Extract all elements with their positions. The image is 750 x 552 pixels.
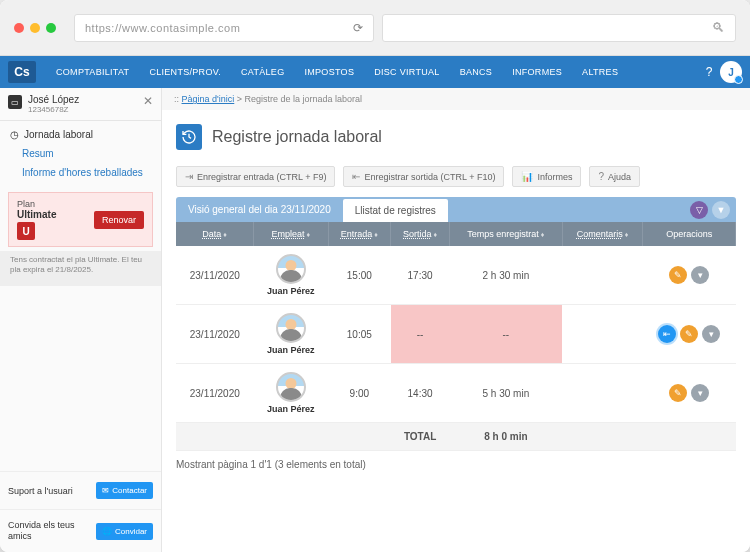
invite-label: Convida els teus amics [8, 520, 90, 542]
col-comments[interactable]: Comentaris♦ [562, 222, 643, 246]
nav-impostos[interactable]: IMPOSTOS [294, 56, 364, 88]
total-value: 8 h 0 min [450, 423, 563, 451]
plan-box: Plan Ultimate U Renovar [8, 192, 153, 247]
cell-out: 14:30 [391, 364, 450, 423]
refresh-icon[interactable]: ⟳ [353, 21, 363, 35]
cell-comments [562, 246, 643, 305]
breadcrumb-current: Registre de la jornada laboral [245, 94, 363, 104]
cell-in: 10:05 [328, 305, 391, 364]
total-row: TOTAL8 h 0 min [176, 423, 736, 451]
user-name: José López [28, 94, 137, 105]
sidebar: ▭ José López 12345678Z ✕ ◷ Jornada labor… [0, 88, 162, 552]
minimize-window-icon[interactable] [30, 23, 40, 33]
employee-avatar [276, 254, 306, 284]
invite-row: Convida els teus amics 🌐 Convidar [0, 509, 161, 552]
records-table: Data♦ Empleat♦ Entrada♦ Sortida♦ Temps e… [176, 222, 736, 451]
col-time[interactable]: Temps enregistrat♦ [450, 222, 563, 246]
status-dot [734, 75, 743, 84]
col-date[interactable]: Data♦ [176, 222, 254, 246]
maximize-window-icon[interactable] [46, 23, 56, 33]
cell-time: 5 h 30 min [450, 364, 563, 423]
login-icon: ⇥ [185, 171, 193, 182]
cell-time: -- [450, 305, 563, 364]
edit-row-button[interactable]: ✎ [669, 266, 687, 284]
col-employee[interactable]: Empleat♦ [254, 222, 328, 246]
collapse-icon[interactable]: ✕ [143, 94, 153, 108]
top-nav: Cs COMPTABILITAT CLIENTS/PROV. CATÀLEG I… [0, 56, 750, 88]
browser-chrome: https://www.contasimple.com ⟳ 🔍︎ [0, 0, 750, 56]
employee-name: Juan Pérez [267, 286, 315, 296]
filter-toggle-icon[interactable]: ▽ [690, 201, 708, 219]
tab-list[interactable]: Llistat de registres [343, 199, 448, 222]
more-row-button[interactable]: ▾ [691, 384, 709, 402]
browser-search[interactable]: 🔍︎ [382, 14, 736, 42]
sidebar-link-resum[interactable]: Resum [0, 144, 161, 163]
user-block: ▭ José López 12345678Z ✕ [0, 88, 161, 121]
table-row: 23/11/2020Juan Pérez9:0014:305 h 30 min✎… [176, 364, 736, 423]
employee-name: Juan Pérez [267, 404, 315, 414]
nav-cataleg[interactable]: CATÀLEG [231, 56, 294, 88]
cell-in: 15:00 [328, 246, 391, 305]
more-row-button[interactable]: ▾ [702, 325, 720, 343]
support-label: Suport a l'usuari [8, 486, 90, 497]
plan-name: Ultimate [17, 209, 86, 220]
user-id: 12345678Z [28, 105, 137, 114]
sidebar-section-jornada: ◷ Jornada laboral [0, 121, 161, 144]
user-card-icon: ▭ [8, 95, 22, 109]
window-controls [14, 23, 56, 33]
total-label: TOTAL [391, 423, 450, 451]
edit-row-button[interactable]: ✎ [680, 325, 698, 343]
main-content: :: Pàgina d'inici > Registre de la jorna… [162, 88, 750, 552]
page-title: Registre jornada laboral [212, 128, 382, 146]
invite-button[interactable]: 🌐 Convidar [96, 523, 153, 540]
sidebar-link-informe[interactable]: Informe d'hores treballades [0, 163, 161, 182]
checkout-button[interactable]: ⇤Enregistrar sortida (CTRL + F10) [343, 166, 504, 187]
cell-time: 2 h 30 min [450, 246, 563, 305]
employee-avatar [276, 372, 306, 402]
nav-bancs[interactable]: BANCS [450, 56, 503, 88]
close-window-icon[interactable] [14, 23, 24, 33]
help-button[interactable]: ?Ajuda [589, 166, 640, 187]
cell-comments [562, 305, 643, 364]
breadcrumb: :: Pàgina d'inici > Registre de la jorna… [162, 88, 750, 110]
question-icon: ? [598, 171, 604, 182]
breadcrumb-home[interactable]: Pàgina d'inici [182, 94, 235, 104]
col-in[interactable]: Entrada♦ [328, 222, 391, 246]
cell-date: 23/11/2020 [176, 305, 254, 364]
nav-altres[interactable]: ALTRES [572, 56, 628, 88]
cell-date: 23/11/2020 [176, 246, 254, 305]
renew-button[interactable]: Renovar [94, 211, 144, 229]
chart-icon: 📊 [521, 171, 533, 182]
logout-icon: ⇤ [352, 171, 360, 182]
checkin-button[interactable]: ⇥Enregistrar entrada (CTRL + F9) [176, 166, 335, 187]
nav-disc-virtual[interactable]: DISC VIRTUAL [364, 56, 449, 88]
address-bar[interactable]: https://www.contasimple.com ⟳ [74, 14, 374, 42]
employee-avatar [276, 313, 306, 343]
filter-icon[interactable]: ▼ [712, 201, 730, 219]
app-logo[interactable]: Cs [8, 61, 36, 83]
table-row: 23/11/2020Juan Pérez10:05----⇤✎▾ [176, 305, 736, 364]
pager-text: Mostrant pàgina 1 d'1 (3 elements en tot… [162, 451, 750, 478]
user-avatar[interactable]: J [720, 61, 742, 83]
col-out[interactable]: Sortida♦ [391, 222, 450, 246]
checkout-row-button[interactable]: ⇤ [658, 325, 676, 343]
support-row: Suport a l'usuari ✉ Contactar [0, 471, 161, 509]
history-icon [176, 124, 202, 150]
tab-bar: Visió general del dia 23/11/2020 Llistat… [176, 197, 736, 222]
mail-icon: ✉ [102, 486, 109, 495]
reports-button[interactable]: 📊Informes [512, 166, 581, 187]
toolbar: ⇥Enregistrar entrada (CTRL + F9) ⇤Enregi… [162, 166, 750, 197]
cell-comments [562, 364, 643, 423]
cell-employee: Juan Pérez [254, 364, 328, 423]
nav-comptabilitat[interactable]: COMPTABILITAT [46, 56, 139, 88]
help-icon[interactable]: ? [698, 61, 720, 83]
contact-button[interactable]: ✉ Contactar [96, 482, 153, 499]
nav-clients[interactable]: CLIENTS/PROV. [139, 56, 231, 88]
nav-informes[interactable]: INFORMES [502, 56, 572, 88]
clock-icon: ◷ [10, 129, 19, 140]
edit-row-button[interactable]: ✎ [669, 384, 687, 402]
cell-out: -- [391, 305, 450, 364]
tab-overview[interactable]: Visió general del dia 23/11/2020 [176, 198, 343, 221]
page-header: Registre jornada laboral [162, 110, 750, 166]
more-row-button[interactable]: ▾ [691, 266, 709, 284]
